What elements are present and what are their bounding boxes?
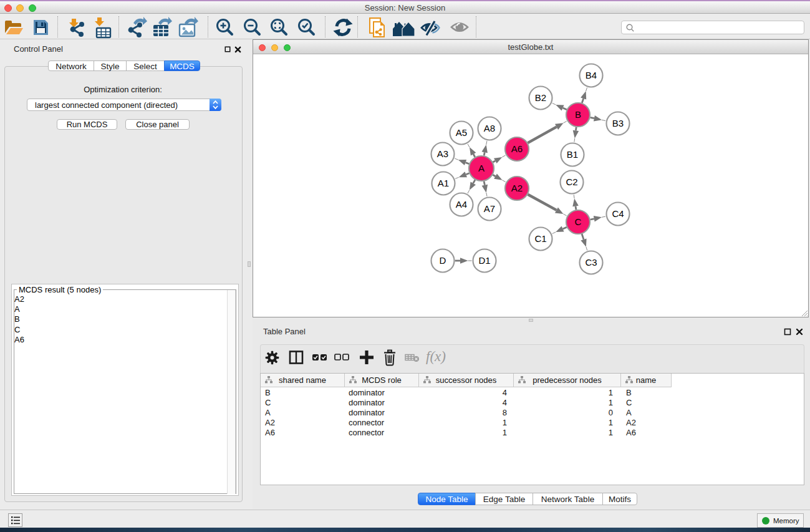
svg-text:C4: C4 bbox=[612, 208, 624, 219]
svg-text:A: A bbox=[478, 163, 485, 173]
svg-text:B3: B3 bbox=[612, 118, 624, 128]
svg-text:C: C bbox=[575, 216, 582, 227]
svg-text:D1: D1 bbox=[478, 255, 490, 266]
svg-text:B4: B4 bbox=[586, 70, 597, 80]
svg-text:C3: C3 bbox=[585, 257, 597, 268]
svg-text:B2: B2 bbox=[535, 92, 546, 103]
svg-text:A8: A8 bbox=[484, 123, 495, 133]
svg-text:C1: C1 bbox=[534, 233, 546, 244]
svg-text:D: D bbox=[440, 255, 446, 266]
svg-text:B: B bbox=[575, 109, 581, 120]
svg-text:A1: A1 bbox=[438, 178, 449, 188]
svg-text:A2: A2 bbox=[511, 183, 523, 193]
svg-text:B1: B1 bbox=[567, 149, 578, 160]
svg-text:A3: A3 bbox=[437, 148, 448, 159]
svg-text:A5: A5 bbox=[456, 127, 467, 138]
svg-text:A4: A4 bbox=[456, 199, 467, 210]
svg-text:A7: A7 bbox=[484, 203, 495, 214]
svg-text:C2: C2 bbox=[566, 177, 577, 187]
svg-text:A6: A6 bbox=[511, 143, 523, 154]
